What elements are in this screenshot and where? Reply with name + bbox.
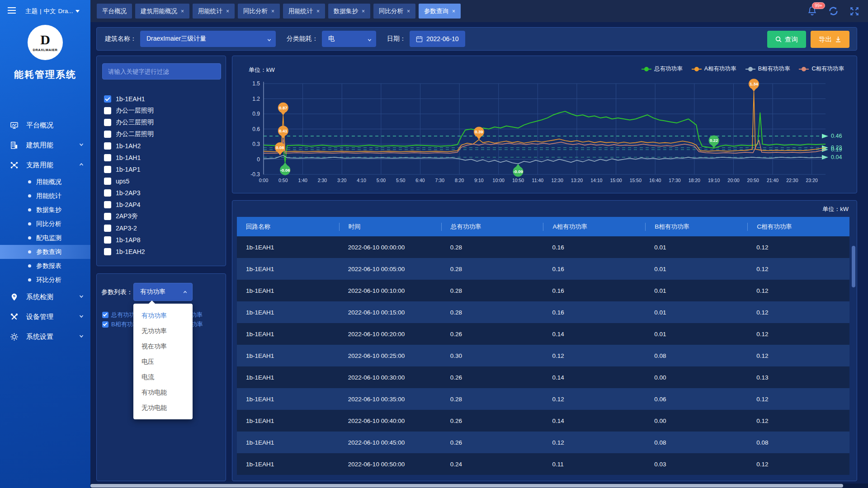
checkbox-unchecked[interactable] [104,189,111,197]
checkbox-unchecked[interactable] [104,248,111,255]
tab-close-icon[interactable]: × [271,8,274,14]
circuit-item-1b-1EAH2[interactable]: 1b-1EAH2 [104,246,219,258]
sidebar-item-支路用能[interactable]: 支路用能 [0,155,90,175]
sidebar-subitem-用能概况[interactable]: 用能概况 [0,175,90,189]
sidebar-subitem-label: 配电监测 [36,234,61,242]
energy-type-select[interactable]: 电 [322,31,376,47]
notification-bell-icon[interactable]: 99+ [807,5,818,17]
dropdown-option-电流[interactable]: 电流 [133,369,193,385]
dropdown-option-电压[interactable]: 电压 [133,354,193,369]
parameter-select[interactable]: 有功功率 [133,283,193,301]
tab-用能统计[interactable]: 用能统计× [283,4,325,19]
user-menu[interactable]: Dra... [58,8,73,14]
table-cell: 0.12 [543,352,645,359]
circuit-item-办公三层照明[interactable]: 办公三层照明 [104,117,219,128]
bullet-dot [28,250,31,253]
sidebar-subitem-用能统计[interactable]: 用能统计 [0,189,90,203]
search-icon [775,36,782,42]
table-cell: 0.16 [543,266,645,272]
sidebar-item-建筑用能[interactable]: 建筑用能 [0,135,90,155]
checkbox-unchecked[interactable] [104,166,111,173]
circuit-item-1b-2AP4[interactable]: 1b-2AP4 [104,199,219,211]
checkbox-unchecked[interactable] [104,131,111,138]
table-cell: 0.12 [747,309,849,316]
checkbox-unchecked[interactable] [104,107,111,114]
tab-同比分析[interactable]: 同比分析× [238,4,280,19]
circuit-item-1b-1AH2[interactable]: 1b-1AH2 [104,140,219,152]
circuit-item-1b-1EAH1[interactable]: 1b-1EAH1 [104,93,219,105]
dropdown-option-视在功率[interactable]: 视在功率 [133,338,193,354]
tab-close-icon[interactable]: × [362,8,365,14]
tab-label: 同比分析 [379,7,403,15]
tab-数据集抄[interactable]: 数据集抄× [328,4,370,19]
svg-text:0.9: 0.9 [252,111,260,117]
checkbox-checked[interactable] [102,312,108,318]
sidebar-subitem-参数查询[interactable]: 参数查询 [0,245,90,259]
checkbox-unchecked[interactable] [104,142,111,150]
refresh-icon[interactable] [828,5,839,17]
date-picker[interactable]: 2022-06-10 [410,31,465,47]
tab-close-icon[interactable]: × [226,8,229,14]
tab-平台概况[interactable]: 平台概况 [97,4,132,19]
fullscreen-icon[interactable] [849,6,860,17]
sidebar-menu: 平台概况建筑用能支路用能用能概况用能统计数据集抄同比分析配电监测参数查询参数报表… [0,115,90,347]
export-button[interactable]: 导出 [811,31,849,48]
theme-switch[interactable]: 主题 [25,7,38,15]
circuit-item-1b-1AP1[interactable]: 1b-1AP1 [104,164,219,175]
circuit-item-ups5[interactable]: ups5 [104,175,219,187]
query-button[interactable]: 查询 [767,31,806,48]
checkbox-unchecked[interactable] [104,154,111,161]
sidebar-subitem-环比分析[interactable]: 环比分析 [0,273,90,287]
checkbox-unchecked[interactable] [104,213,111,220]
sidebar-subitem-数据集抄[interactable]: 数据集抄 [0,203,90,217]
horizontal-scrollbar[interactable] [90,483,868,488]
sidebar-subitem-同比分析[interactable]: 同比分析 [0,217,90,231]
svg-text:-0.06: -0.06 [280,168,290,173]
tab-用能统计[interactable]: 用能统计× [193,4,235,19]
circuit-item-办公一层照明[interactable]: 办公一层照明 [104,105,219,117]
checkbox-unchecked[interactable] [104,119,111,126]
checkbox-unchecked[interactable] [104,178,111,185]
checkbox-checked[interactable] [104,95,111,103]
circuit-item-1b-1AP8[interactable]: 1b-1AP8 [104,234,219,246]
circuit-item-1b-1AH1[interactable]: 1b-1AH1 [104,152,219,164]
keyword-filter-input[interactable] [102,63,221,80]
caret-down-icon[interactable] [75,10,80,13]
dropdown-option-无功电能[interactable]: 无功电能 [133,400,193,415]
language-switch[interactable]: 中文 [44,7,56,15]
tab-建筑用能概况[interactable]: 建筑用能概况× [135,4,189,19]
circuit-item-2AP3-2[interactable]: 2AP3-2 [104,222,219,234]
table-cell: 2022-06-10 00:05:00 [339,266,441,272]
tab-close-icon[interactable]: × [181,8,184,14]
tab-同比分析[interactable]: 同比分析× [373,4,415,19]
sidebar-item-平台概况[interactable]: 平台概况 [0,115,90,135]
table-cell: 1b-1EAH1 [237,266,339,272]
sidebar-subitem-参数报表[interactable]: 参数报表 [0,259,90,273]
sidebar-item-系统检测[interactable]: 系统检测 [0,287,90,307]
dropdown-option-有功电能[interactable]: 有功电能 [133,385,193,400]
hamburger-menu-icon[interactable] [7,7,16,16]
sidebar-subitem-配电监测[interactable]: 配电监测 [0,231,90,245]
vertical-scrollbar[interactable] [852,246,855,287]
checkbox-unchecked[interactable] [104,225,111,232]
checkbox-unchecked[interactable] [104,236,111,244]
circuit-item-2AP3旁[interactable]: 2AP3旁 [104,211,219,222]
tab-close-icon[interactable]: × [407,8,410,14]
sidebar-item-系统设置[interactable]: 系统设置 [0,327,90,347]
bullet-dot [28,236,31,239]
building-select[interactable]: DraexImaier三级计量 [140,31,276,47]
dropdown-option-有功功率[interactable]: 有功功率 [133,308,193,323]
circuit-item-办公二层照明[interactable]: 办公二层照明 [104,128,219,140]
circuit-item-1b-2AP3[interactable]: 1b-2AP3 [104,187,219,199]
table-cell: 0.01 [645,287,747,294]
checkbox-unchecked[interactable] [104,201,111,208]
sidebar-item-设备管理[interactable]: 设备管理 [0,307,90,327]
tab-close-icon[interactable]: × [452,8,455,14]
tab-close-icon[interactable]: × [316,8,320,14]
tab-参数查询[interactable]: 参数查询× [419,4,461,19]
checkbox-checked[interactable] [102,321,108,328]
table-cell: 0.28 [441,266,543,272]
dropdown-option-无功功率[interactable]: 无功功率 [133,323,193,338]
svg-text:0:00: 0:00 [259,178,269,183]
table-cell: 0.28 [441,309,543,316]
